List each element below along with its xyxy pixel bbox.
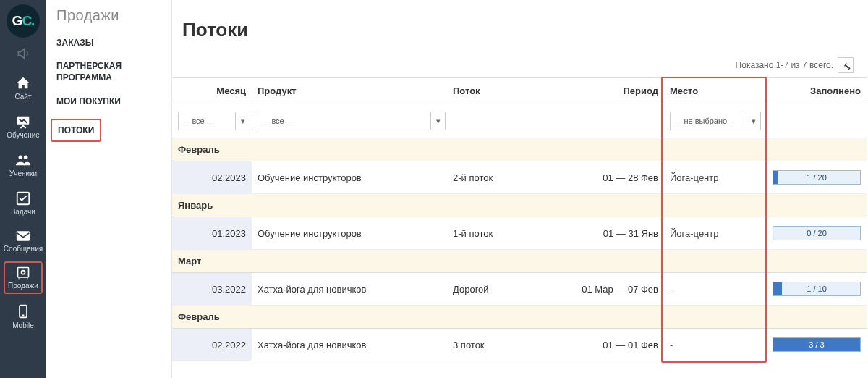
fill-text: 3 / 3 [809,340,824,349]
svg-point-6 [22,271,25,274]
chevron-down-icon: ▾ [746,112,760,130]
cell-product: Хатха-йога для новичков [252,273,447,306]
cell-flow: 1-й поток [447,217,556,250]
sidenav-item-affiliate[interactable]: ПАРТНЕРСКАЯ ПРОГРАММА [56,60,150,83]
sidenav-item-flows[interactable]: ПОТОКИ [51,119,101,142]
iconbar-item-sound[interactable] [0,42,46,67]
cell-month: 02.2022 [172,329,252,361]
filter-dropdown[interactable]: -- все --▾ [178,112,250,130]
logo-c: C [22,13,31,29]
cell-fill: 1 / 10 [765,273,867,306]
group-label: Февраль [172,138,867,161]
sidenav-item-purchases[interactable]: МОИ ПОКУПКИ [56,96,121,107]
group-label: Март [172,250,867,273]
mobile-icon [16,303,30,320]
table-filter-row: -- все --▾-- все --▾-- не выбрано --▾ [172,104,867,138]
th-place[interactable]: Место [664,78,765,104]
logo-dot: . [31,13,34,29]
iconbar-item-site[interactable]: Сайт [0,71,46,105]
filter-dropdown[interactable]: -- не выбрано --▾ [670,112,761,130]
cell-period: 01 — 28 Фев [556,161,664,194]
presentation-icon [14,114,32,130]
cell-fill: 3 / 3 [765,329,867,361]
svg-point-8 [22,315,24,316]
cell-place: - [664,329,765,361]
dropdown-text: -- все -- [179,117,235,125]
cell-period: 01 Мар — 07 Фев [556,273,664,306]
wrench-icon [841,61,851,70]
mail-icon [14,229,32,243]
logo: GC. [7,4,40,38]
iconbar: GC. Сайт Обучение Ученики Задачи Сообщен… [0,0,46,378]
fill-text: 0 / 20 [807,229,827,238]
iconbar-item-students[interactable]: Ученики [0,148,46,182]
fill-text: 1 / 10 [807,285,827,293]
cell-flow: 2-й поток [447,161,556,194]
dropdown-text: -- все -- [258,117,430,125]
iconbar-item-tasks[interactable]: Задачи [0,186,46,220]
table-row[interactable]: 02.2023Обучение инструкторов2-й поток01 … [172,161,867,194]
fill-pill: 3 / 3 [773,337,861,352]
table-group-row: Февраль [172,138,867,161]
cell-product: Обучение инструкторов [252,217,447,250]
th-fill[interactable]: Заполнено [765,78,867,104]
iconbar-item-messages[interactable]: Сообщения [0,224,46,257]
iconbar-label: Продажи [5,282,41,290]
th-month[interactable]: Месяц [172,78,252,104]
sound-icon [15,46,31,61]
sidenav-item-orders[interactable]: ЗАКАЗЫ [56,37,93,49]
cell-flow: 3 поток [447,329,556,361]
settings-button[interactable] [838,57,854,73]
fill-text: 1 / 20 [807,173,827,182]
th-flow[interactable]: Поток [447,78,556,104]
fill-pill: 0 / 20 [773,226,861,240]
iconbar-item-mobile[interactable]: Mobile [0,298,46,334]
iconbar-label: Обучение [0,131,46,139]
svg-rect-5 [18,268,29,277]
cell-month: 03.2022 [172,273,252,306]
summary-text: Показано 1-7 из 7 всего. [736,60,833,70]
th-period[interactable]: Период [556,78,664,104]
check-icon [14,190,32,206]
cell-period: 01 — 31 Янв [556,217,664,250]
iconbar-item-learn[interactable]: Обучение [0,109,46,143]
table-header-row: Месяц Продукт Поток Период Место Заполне… [172,78,867,104]
cell-fill: 0 / 20 [765,217,867,250]
table-row[interactable]: 01.2023Обучение инструкторов1-й поток01 … [172,217,867,250]
cell-product: Обучение инструкторов [252,161,447,194]
filter-dropdown[interactable]: -- все --▾ [258,112,446,130]
iconbar-item-sales[interactable]: Продажи [4,261,43,294]
cell-place: Йога-центр [664,217,765,250]
page-title: Потоки [182,19,854,41]
dropdown-text: -- не выбрано -- [671,117,746,125]
iconbar-label: Сообщения [0,245,46,253]
people-icon [14,152,33,168]
iconbar-label: Mobile [0,322,46,329]
main: Потоки Показано 1-7 из 7 всего. Месяц Пр… [172,0,854,361]
group-label: Февраль [172,306,867,329]
fill-bar [773,282,782,295]
status-row: Показано 1-7 из 7 всего. [172,57,854,73]
cell-period: 01 — 01 Фев [556,329,664,361]
svg-point-2 [24,156,27,160]
fill-bar [773,171,778,184]
chevron-down-icon: ▾ [235,112,250,130]
cell-product: Хатха-йога для новичков [252,329,447,361]
cell-month: 02.2023 [172,161,252,194]
chevron-down-icon: ▾ [430,112,445,130]
logo-g: G [12,13,22,29]
sidenav-title: Продажи [56,7,171,24]
fill-pill: 1 / 10 [773,282,861,296]
table-group-row: Январь [172,194,867,217]
table-row[interactable]: 02.2022Хатха-йога для новичков3 поток01 … [172,329,867,361]
cell-place: Йога-центр [664,161,765,194]
cell-month: 01.2023 [172,217,252,250]
iconbar-label: Задачи [0,208,46,216]
table-row[interactable]: 03.2022Хатха-йога для новичковДорогой01 … [172,273,867,306]
safe-icon [15,266,31,280]
sidenav: Продажи ЗАКАЗЫ ПАРТНЕРСКАЯ ПРОГРАММА МОИ… [46,0,172,378]
iconbar-label: Сайт [0,93,46,101]
th-product[interactable]: Продукт [252,78,447,104]
group-label: Январь [172,194,867,217]
home-icon [14,75,32,91]
